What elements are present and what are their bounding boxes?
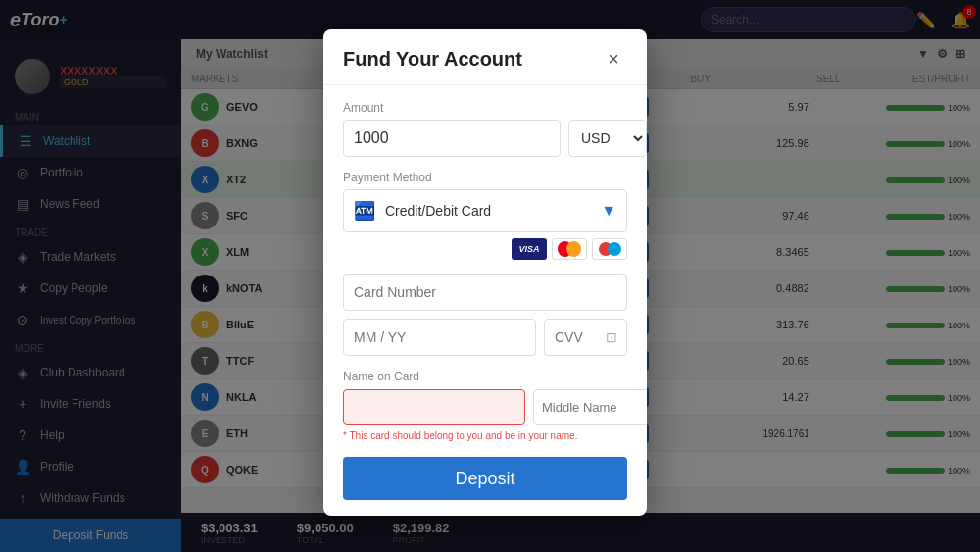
name-row [343,389,627,425]
payment-method-wrap: 🏧 Credit/Debit Card ▼ VISA [343,189,627,260]
disclaimer: * This card should belong to you and be … [343,430,627,441]
currency-select[interactable]: USD EUR GBP [568,120,647,157]
mastercard-logo [552,238,587,260]
fund-account-modal: Fund Your Account × Amount USD EUR GBP P… [323,29,647,516]
modal-body: Amount USD EUR GBP Payment Method 🏧 Cred… [323,85,647,516]
amount-row: USD EUR GBP [343,120,627,157]
expiry-input[interactable] [343,319,536,356]
card-icon: 🏧 [354,200,375,222]
payment-method-label: Payment Method [343,171,627,184]
name-on-card-label: Name on Card [343,370,627,383]
card-row: ⊡ [343,319,627,356]
chevron-down-icon: ▼ [601,202,616,220]
cvv-icon: ⊡ [606,329,617,345]
card-number-input[interactable] [343,274,627,311]
payment-method-dropdown[interactable]: 🏧 Credit/Debit Card ▼ [343,189,627,232]
amount-label: Amount [343,101,627,115]
modal-header: Fund Your Account × [323,29,647,85]
maestro-logo [592,238,627,260]
modal-close-button[interactable]: × [600,45,627,73]
amount-input[interactable] [343,120,561,157]
card-logos: VISA [343,238,627,260]
cvv-wrap: ⊡ [544,319,627,356]
first-name-input[interactable] [343,389,525,425]
modal-title: Fund Your Account [343,48,522,71]
middle-name-input[interactable] [533,389,647,425]
payment-method-name: Credit/Debit Card [385,203,601,219]
currency-select-wrap: USD EUR GBP [568,120,647,157]
visa-logo: VISA [512,238,547,260]
deposit-button[interactable]: Deposit [343,457,627,500]
